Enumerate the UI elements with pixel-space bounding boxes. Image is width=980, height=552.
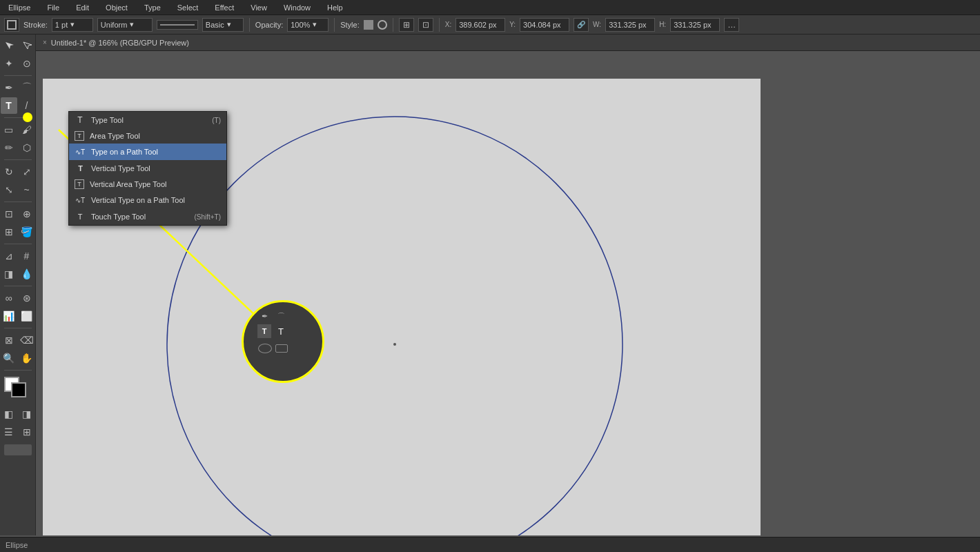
eyedropper-tool[interactable]: 💧: [19, 266, 35, 282]
x-label: X:: [445, 21, 451, 28]
slice-frame: [4, 444, 32, 455]
mag-pen-tool: ✒: [257, 309, 271, 323]
stroke-btn[interactable]: [11, 382, 26, 397]
ctx-touch-type-label: Touch Type Tool: [91, 213, 188, 221]
canvas-tab: × Untitled-1* @ 166% (RGB/GPU Preview): [36, 34, 980, 51]
panel-btn-2[interactable]: ⊞: [19, 424, 35, 440]
warp-row: ⤡ ~: [1, 181, 35, 198]
paintbrush-tool[interactable]: 🖌: [19, 121, 35, 138]
link-wh-btn[interactable]: 🔗: [574, 18, 589, 32]
tab-close-btn[interactable]: ×: [43, 39, 47, 46]
mag-rect-shape: [275, 344, 288, 353]
menu-view[interactable]: View: [248, 3, 270, 12]
column-graph-tool[interactable]: 📊: [1, 308, 17, 324]
width-tool[interactable]: ⤡: [1, 181, 17, 198]
mag-ellipse-display: [257, 342, 273, 355]
scale-tool[interactable]: ⤢: [19, 164, 35, 180]
ctx-type-path-tool[interactable]: ∿T Type on a Path Tool: [69, 144, 226, 160]
mag-type-tool: T: [257, 324, 271, 338]
pen-tool[interactable]: ✒: [1, 79, 17, 96]
ctx-type-path-label: Type on a Path Tool: [91, 148, 215, 156]
h-value[interactable]: 331.325 px: [670, 18, 720, 32]
panel-btn-1[interactable]: ☰: [1, 424, 17, 440]
profile-dropdown[interactable]: Basic ▾: [202, 18, 244, 32]
menu-object[interactable]: Object: [103, 3, 130, 12]
layer-tool-2[interactable]: ◨: [19, 406, 35, 422]
status-bar: Ellipse: [0, 537, 980, 552]
ctx-vertical-type-tool[interactable]: T Vertical Type Tool: [69, 160, 226, 177]
ctx-vertical-area-type-tool[interactable]: T Vertical Area Type Tool: [69, 177, 226, 192]
stroke-preview: [157, 20, 198, 30]
menu-type[interactable]: Type: [141, 3, 164, 12]
more-options-btn[interactable]: …: [724, 18, 739, 32]
pencil-tool[interactable]: ✏: [1, 139, 17, 156]
type-tool-btn[interactable]: T: [1, 97, 17, 114]
svg-point-1: [393, 343, 396, 346]
sep-tools-7: [4, 328, 32, 328]
direct-selection-tool[interactable]: [19, 37, 35, 54]
w-value[interactable]: 331.325 px: [605, 18, 655, 32]
transform-btn[interactable]: ⊡: [418, 18, 433, 32]
gradient-tool[interactable]: ◨: [1, 266, 17, 282]
magic-wand-tool[interactable]: ✦: [1, 55, 17, 72]
graph-row: 📊 ⬜: [1, 308, 35, 324]
ctx-touch-type-shortcut: (Shift+T): [194, 213, 221, 221]
magic-row: ✦ ⊙: [1, 55, 35, 72]
canvas-area[interactable]: × Untitled-1* @ 166% (RGB/GPU Preview): [36, 34, 980, 535]
ctx-type-tool[interactable]: T Type Tool (T): [69, 112, 226, 128]
panel-row: ☰ ⊞: [1, 424, 35, 440]
lasso-tool[interactable]: ⊙: [19, 55, 35, 72]
free-transform-tool[interactable]: ⊡: [1, 206, 17, 222]
warp-tool[interactable]: ~: [19, 181, 35, 198]
type-tool-flyout-menu: T Type Tool (T) T Area Type Tool ∿T Type…: [68, 111, 227, 226]
blend-row: ∞ ⊛: [1, 290, 35, 306]
ctx-area-type-tool[interactable]: T Area Type Tool: [69, 128, 226, 144]
menu-select[interactable]: Select: [175, 3, 202, 12]
x-value[interactable]: 389.602 px: [455, 18, 505, 32]
zoom-tool[interactable]: 🔍: [1, 350, 17, 366]
menu-file[interactable]: File: [44, 3, 62, 12]
y-value[interactable]: 304.084 px: [520, 18, 569, 32]
menu-window[interactable]: Window: [281, 3, 313, 12]
menu-help[interactable]: Help: [324, 3, 346, 12]
puppet-warp-tool[interactable]: ⊕: [19, 206, 35, 222]
eraser-tool[interactable]: ⌫: [19, 332, 35, 348]
shaper-tool[interactable]: ⬡: [19, 139, 35, 156]
stroke-width-dropdown[interactable]: 1 pt ▾: [52, 18, 93, 32]
shape-builder-tool[interactable]: ⊞: [1, 224, 17, 240]
stroke-style-dropdown[interactable]: Uniform ▾: [97, 18, 153, 32]
symbol-spray-tool[interactable]: ⊛: [19, 290, 35, 306]
menu-effect[interactable]: Effect: [212, 3, 237, 12]
ctx-vertical-type-path-tool[interactable]: ∿T Vertical Type on a Path Tool: [69, 192, 226, 208]
ctx-vertical-type-path-label: Vertical Type on a Path Tool: [91, 196, 215, 204]
menu-edit[interactable]: Edit: [73, 3, 92, 12]
mesh-tool[interactable]: #: [19, 248, 35, 264]
align-btn[interactable]: ⊞: [399, 18, 414, 32]
blend-tool[interactable]: ∞: [1, 290, 17, 306]
ctx-area-type-icon: T: [75, 131, 84, 141]
hand-tool[interactable]: ✋: [19, 350, 35, 366]
slice-tool[interactable]: ⊠: [1, 332, 17, 348]
sep-tools-1: [4, 75, 32, 76]
curvature-tool[interactable]: ⌒: [19, 79, 35, 96]
stroke-color-btn[interactable]: [4, 18, 19, 32]
sep1: [249, 18, 250, 32]
perspective-tool[interactable]: ⊿: [1, 248, 17, 264]
ctx-touch-type-tool[interactable]: T Touch Type Tool (Shift+T): [69, 208, 226, 225]
ctx-type-tool-label: Type Tool: [91, 116, 206, 124]
layer-tool-1[interactable]: ◧: [1, 406, 17, 422]
toolbox: ✦ ⊙ ✒ ⌒ T / ▭ 🖌 ✏ ⬡ ↻ ⤢ ⤡ ~: [0, 34, 36, 535]
gradient-row: ◨ 💧: [1, 266, 35, 282]
line-tool[interactable]: /: [19, 97, 35, 114]
app-label: Ellipse: [6, 3, 33, 12]
opacity-dropdown[interactable]: 100% ▾: [287, 18, 329, 32]
artboard-tool[interactable]: ⬜: [19, 308, 35, 324]
ctx-area-type-label: Area Type Tool: [90, 132, 215, 140]
frame-btn[interactable]: [4, 444, 32, 455]
selection-tool[interactable]: [1, 37, 17, 54]
rectangle-tool[interactable]: ▭: [1, 121, 17, 138]
live-paint-tool[interactable]: 🪣: [19, 224, 35, 240]
rotate-tool[interactable]: ↻: [1, 164, 17, 180]
style-swatch[interactable]: [364, 20, 373, 30]
zoom-row: 🔍 ✋: [1, 350, 35, 366]
